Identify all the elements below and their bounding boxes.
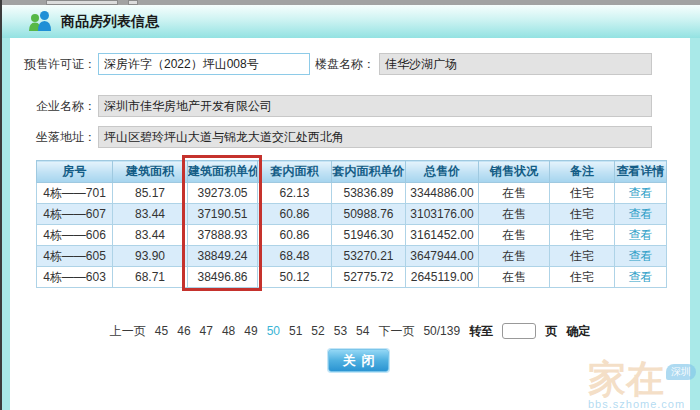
cell-view: 查看: [615, 246, 667, 267]
col-header-total-price: 总售价: [406, 161, 479, 183]
cell-total-price: 3103176.00: [406, 204, 479, 225]
col-header-building-unit-price: 建筑面积单价: [188, 161, 258, 183]
cell-interior-area: 60.86: [258, 204, 332, 225]
page-link[interactable]: 53: [334, 324, 347, 338]
cell-interior-unit-price: 52775.72: [332, 267, 406, 288]
browser-remnant-tab: [128, 0, 138, 5]
cell-room: 4栋——701: [37, 183, 113, 204]
page-link[interactable]: 48: [222, 324, 235, 338]
view-link[interactable]: 查看: [629, 249, 653, 263]
cell-building-unit-price: 38849.24: [188, 246, 258, 267]
cell-sales-status: 在售: [479, 225, 550, 246]
cell-total-price: 2645119.00: [406, 267, 479, 288]
col-header-interior-unit-price: 套内面积单价: [332, 161, 406, 183]
cell-room: 4栋——603: [37, 267, 113, 288]
address-label: 坐落地址：: [18, 126, 96, 148]
cell-room: 4栋——607: [37, 204, 113, 225]
cell-interior-area: 50.12: [258, 267, 332, 288]
window-left-edge: [0, 0, 2, 410]
table-row: 4栋——603 68.71 38496.86 50.12 52775.72 26…: [37, 267, 667, 288]
page-link[interactable]: 54: [356, 324, 369, 338]
cell-remark: 住宅: [550, 267, 615, 288]
dialog-titlebar: 商品房列表信息: [2, 5, 700, 38]
cell-building-area: 93.90: [113, 246, 188, 267]
browser-remnant-strip: [0, 0, 700, 5]
table-row: 4栋——701 85.17 39273.05 62.13 53836.89 33…: [37, 183, 667, 204]
presale-permit-field[interactable]: 深房许字（2022）坪山008号: [98, 53, 310, 75]
page-link[interactable]: 51: [289, 324, 302, 338]
cell-view: 查看: [615, 225, 667, 246]
cell-remark: 住宅: [550, 246, 615, 267]
cell-room: 4栋——606: [37, 225, 113, 246]
page-link[interactable]: 49: [244, 324, 257, 338]
current-page-link[interactable]: 50: [267, 324, 280, 338]
company-name-field: 深圳市佳华房地产开发有限公司: [98, 95, 652, 117]
close-button[interactable]: 关闭: [328, 349, 389, 372]
next-page-link[interactable]: 下一页: [378, 323, 414, 340]
cell-remark: 住宅: [550, 204, 615, 225]
cell-sales-status: 在售: [479, 267, 550, 288]
cell-building-unit-price: 39273.05: [188, 183, 258, 204]
people-icon: [27, 10, 53, 34]
table-header-row: 房号 建筑面积 建筑面积单价 套内面积 套内面积单价 总售价 销售状况 备注 查…: [37, 161, 667, 183]
address-field: 坪山区碧玲坪山大道与锦龙大道交汇处西北角: [98, 126, 652, 148]
cell-building-area: 68.71: [113, 267, 188, 288]
page-link[interactable]: 45: [155, 324, 168, 338]
dialog-body: 预售许可证： 深房许字（2022）坪山008号 楼盘名称： 佳华沙湖广场 企业名…: [10, 38, 690, 410]
cell-building-area: 85.17: [113, 183, 188, 204]
cell-sales-status: 在售: [479, 183, 550, 204]
cell-total-price: 3344886.00: [406, 183, 479, 204]
cell-building-area: 83.44: [113, 225, 188, 246]
page-link[interactable]: 47: [200, 324, 213, 338]
col-header-view-details: 查看详情: [615, 161, 667, 183]
goto-page-input[interactable]: [502, 323, 536, 339]
cell-building-area: 83.44: [113, 204, 188, 225]
table-row: 4栋——606 83.44 37888.93 60.86 51946.30 31…: [37, 225, 667, 246]
cell-interior-unit-price: 53836.89: [332, 183, 406, 204]
cell-sales-status: 在售: [479, 246, 550, 267]
cell-remark: 住宅: [550, 225, 615, 246]
cell-room: 4栋——605: [37, 246, 113, 267]
view-link[interactable]: 查看: [629, 270, 653, 284]
pagination: 上一页 45 46 47 48 49 50 51 52 53 54 下一页 50…: [10, 322, 690, 340]
building-name-field: 佳华沙湖广场: [379, 53, 652, 75]
cell-building-unit-price: 37190.51: [188, 204, 258, 225]
dialog-title: 商品房列表信息: [61, 13, 159, 31]
cell-interior-area: 68.48: [258, 246, 332, 267]
col-header-room: 房号: [37, 161, 113, 183]
view-link[interactable]: 查看: [629, 228, 653, 242]
view-link[interactable]: 查看: [629, 186, 653, 200]
col-header-interior-area: 套内面积: [258, 161, 332, 183]
page-link[interactable]: 52: [311, 324, 324, 338]
cell-interior-unit-price: 53270.21: [332, 246, 406, 267]
cell-view: 查看: [615, 267, 667, 288]
page-unit-label: 页: [545, 323, 557, 340]
table-row: 4栋——605 93.90 38849.24 68.48 53270.21 36…: [37, 246, 667, 267]
confirm-button[interactable]: 确定: [566, 323, 590, 340]
cell-view: 查看: [615, 183, 667, 204]
cell-interior-area: 62.13: [258, 183, 332, 204]
page-link[interactable]: 46: [177, 324, 190, 338]
goto-page-label: 转至: [469, 323, 493, 340]
cell-building-unit-price: 38496.86: [188, 267, 258, 288]
col-header-sales-status: 销售状况: [479, 161, 550, 183]
cell-interior-area: 60.86: [258, 225, 332, 246]
table-row: 4栋——607 83.44 37190.51 60.86 50988.76 31…: [37, 204, 667, 225]
cell-view: 查看: [615, 204, 667, 225]
cell-total-price: 3647944.00: [406, 246, 479, 267]
cell-interior-unit-price: 51946.30: [332, 225, 406, 246]
page-info: 50/139: [423, 324, 460, 338]
cell-remark: 住宅: [550, 183, 615, 204]
cell-total-price: 3161452.00: [406, 225, 479, 246]
listing-table: 房号 建筑面积 建筑面积单价 套内面积 套内面积单价 总售价 销售状况 备注 查…: [36, 160, 666, 288]
company-name-label: 企业名称：: [18, 95, 96, 117]
view-link[interactable]: 查看: [629, 207, 653, 221]
building-name-label: 楼盘名称：: [303, 53, 375, 75]
cell-building-unit-price: 37888.93: [188, 225, 258, 246]
col-header-remark: 备注: [550, 161, 615, 183]
prev-page-link[interactable]: 上一页: [110, 323, 146, 340]
col-header-building-area: 建筑面积: [113, 161, 188, 183]
cell-sales-status: 在售: [479, 204, 550, 225]
presale-permit-label: 预售许可证：: [18, 53, 96, 75]
cell-interior-unit-price: 50988.76: [332, 204, 406, 225]
